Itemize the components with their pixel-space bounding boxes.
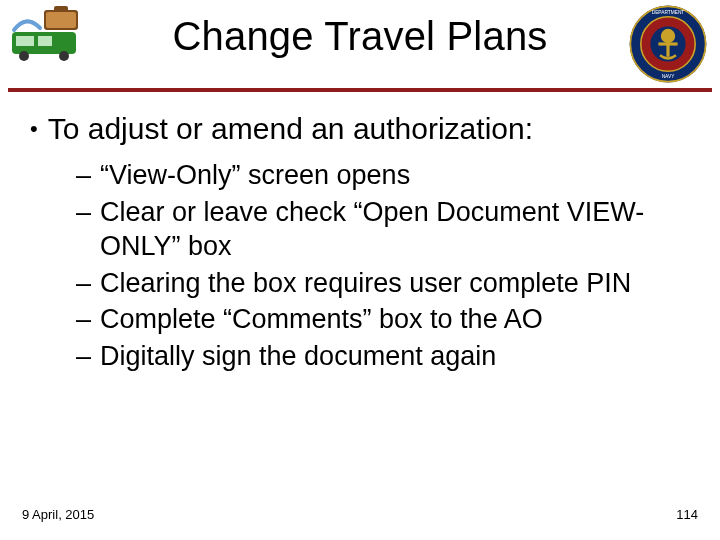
slide-body: • To adjust or amend an authorization: –… bbox=[28, 110, 692, 375]
sub-bullet-list: – “View-Only” screen opens – Clear or le… bbox=[76, 158, 692, 373]
dash-marker: – bbox=[76, 195, 92, 230]
sub-bullet-item: – Digitally sign the document again bbox=[76, 339, 692, 374]
svg-rect-2 bbox=[38, 36, 52, 46]
footer-page-number: 114 bbox=[676, 507, 698, 522]
dash-marker: – bbox=[76, 266, 92, 301]
sub-bullet-item: – Complete “Comments” box to the AO bbox=[76, 302, 692, 337]
slide-header: Change Travel Plans DEPARTMENT bbox=[0, 0, 720, 92]
bullet-marker: • bbox=[30, 110, 38, 148]
travel-clipart-icon bbox=[10, 6, 94, 62]
bullet-item: • To adjust or amend an authorization: bbox=[30, 110, 692, 148]
navy-department-seal-icon: DEPARTMENT NAVY bbox=[628, 4, 708, 84]
header-divider bbox=[8, 88, 712, 92]
svg-point-4 bbox=[59, 51, 69, 61]
dash-marker: – bbox=[76, 158, 92, 193]
sub-bullet-item: – Clearing the box requires user complet… bbox=[76, 266, 692, 301]
dash-marker: – bbox=[76, 302, 92, 337]
svg-text:DEPARTMENT: DEPARTMENT bbox=[652, 10, 685, 15]
sub-bullet-text: Digitally sign the document again bbox=[100, 339, 496, 374]
svg-rect-6 bbox=[46, 12, 76, 28]
svg-rect-1 bbox=[16, 36, 34, 46]
svg-rect-7 bbox=[54, 6, 68, 12]
slide-title: Change Travel Plans bbox=[0, 14, 720, 59]
bullet-text: To adjust or amend an authorization: bbox=[48, 110, 533, 148]
sub-bullet-item: – “View-Only” screen opens bbox=[76, 158, 692, 193]
svg-rect-14 bbox=[666, 36, 669, 57]
slide: Change Travel Plans DEPARTMENT bbox=[0, 0, 720, 540]
sub-bullet-text: Clear or leave check “Open Document VIEW… bbox=[100, 195, 692, 264]
svg-text:NAVY: NAVY bbox=[662, 74, 676, 79]
footer-date: 9 April, 2015 bbox=[22, 507, 94, 522]
sub-bullet-text: Complete “Comments” box to the AO bbox=[100, 302, 543, 337]
sub-bullet-text: Clearing the box requires user complete … bbox=[100, 266, 631, 301]
sub-bullet-item: – Clear or leave check “Open Document VI… bbox=[76, 195, 692, 264]
dash-marker: – bbox=[76, 339, 92, 374]
sub-bullet-text: “View-Only” screen opens bbox=[100, 158, 410, 193]
svg-point-3 bbox=[19, 51, 29, 61]
